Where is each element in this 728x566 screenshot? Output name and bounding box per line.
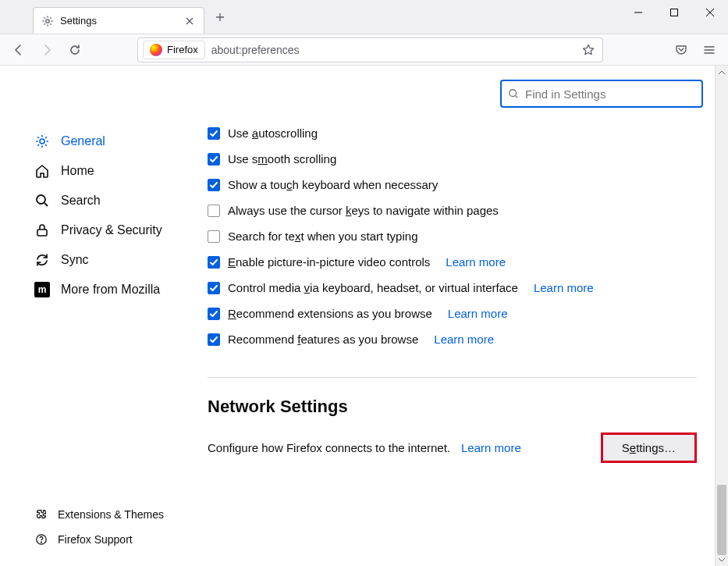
checkbox[interactable] [208, 256, 220, 269]
puzzle-icon [34, 507, 48, 522]
network-learn-more-link[interactable]: Learn more [461, 441, 521, 454]
browsing-option-5: Enable picture-in-picture video controls… [208, 255, 697, 269]
back-button[interactable] [6, 37, 31, 62]
url-input[interactable] [210, 43, 574, 57]
window-controls [620, 0, 728, 25]
svg-point-3 [40, 139, 44, 144]
checkbox-label[interactable]: Search for text when you start typing [228, 230, 417, 243]
checkbox[interactable] [208, 308, 220, 320]
sidebar-item-label: More from Mozilla [61, 283, 160, 297]
firefox-logo-icon [150, 44, 162, 56]
tab-strip: Settings [0, 0, 231, 34]
svg-rect-1 [671, 9, 678, 16]
checkbox-label[interactable]: Use autoscrolling [228, 126, 318, 140]
sidebar-item-more-mozilla[interactable]: m More from Mozilla [0, 275, 179, 304]
main-pane: Use autoscrollingUse smooth scrollingSho… [179, 66, 728, 566]
network-settings-row: Configure how Firefox connects to the in… [208, 433, 697, 463]
checkbox[interactable] [208, 153, 220, 166]
checkbox-label[interactable]: Always use the cursor keys to navigate w… [228, 204, 499, 217]
svg-point-4 [37, 195, 45, 204]
minimize-button[interactable] [620, 0, 656, 25]
checkbox-label[interactable]: Show a touch keyboard when necessary [228, 178, 438, 191]
browsing-option-8: Recommend features as you browseLearn mo… [208, 333, 697, 346]
learn-more-link[interactable]: Learn more [448, 307, 508, 320]
nav-toolbar: Firefox [0, 34, 728, 66]
sidebar-firefox-support[interactable]: Firefox Support [0, 527, 179, 552]
checkbox-label[interactable]: Enable picture-in-picture video controls [228, 255, 430, 269]
reload-button[interactable] [62, 37, 87, 62]
sidebar-footer-label: Extensions & Themes [58, 508, 164, 521]
network-desc: Configure how Firefox connects to the in… [208, 441, 450, 454]
checkbox[interactable] [208, 282, 220, 294]
checkbox-label[interactable]: Recommend extensions as you browse [228, 307, 432, 320]
learn-more-link[interactable]: Learn more [434, 333, 494, 346]
new-tab-button[interactable] [209, 6, 231, 28]
checkbox[interactable] [208, 333, 220, 346]
checkbox[interactable] [208, 205, 220, 217]
bookmark-star-icon[interactable] [579, 41, 598, 59]
checkbox-label[interactable]: Use smooth scrolling [228, 152, 336, 166]
checkbox[interactable] [208, 230, 220, 243]
sidebar: General Home Search Privacy & Security S… [0, 66, 179, 566]
identity-box[interactable]: Firefox [143, 41, 205, 59]
network-settings-button[interactable]: Settings… [601, 433, 697, 463]
sidebar-item-label: Search [61, 194, 101, 208]
checkbox[interactable] [208, 179, 220, 191]
sidebar-item-label: Sync [61, 253, 89, 267]
tab-settings[interactable]: Settings [33, 7, 204, 34]
svg-rect-5 [37, 230, 47, 236]
content-area: General Home Search Privacy & Security S… [0, 66, 728, 566]
gear-icon [34, 133, 50, 149]
browsing-option-3: Always use the cursor keys to navigate w… [208, 204, 697, 217]
sidebar-item-search[interactable]: Search [0, 186, 179, 215]
learn-more-link[interactable]: Learn more [534, 281, 594, 294]
sidebar-item-general[interactable]: General [0, 126, 179, 156]
maximize-button[interactable] [656, 0, 692, 25]
browsing-option-6: Control media via keyboard, headset, or … [208, 281, 697, 294]
close-icon[interactable] [183, 15, 196, 27]
mozilla-icon: m [34, 282, 50, 297]
scroll-track[interactable] [716, 79, 728, 553]
url-bar[interactable]: Firefox [137, 37, 603, 62]
sidebar-item-home[interactable]: Home [0, 156, 179, 186]
vertical-scrollbar[interactable] [715, 66, 728, 566]
gear-icon [41, 15, 54, 27]
network-settings-title: Network Settings [208, 397, 697, 417]
svg-point-7 [41, 542, 41, 543]
sidebar-item-privacy[interactable]: Privacy & Security [0, 215, 179, 245]
browsing-option-7: Recommend extensions as you browseLearn … [208, 307, 697, 320]
scroll-thumb[interactable] [717, 485, 726, 555]
sidebar-extensions-themes[interactable]: Extensions & Themes [0, 502, 179, 527]
save-pocket-button[interactable] [669, 37, 694, 62]
learn-more-link[interactable]: Learn more [446, 255, 506, 269]
browsing-option-2: Show a touch keyboard when necessary [208, 178, 697, 191]
close-window-button[interactable] [692, 0, 728, 25]
sidebar-item-label: Privacy & Security [61, 223, 162, 237]
checkbox-label[interactable]: Control media via keyboard, headset, or … [228, 281, 518, 294]
identity-label: Firefox [167, 44, 198, 55]
scroll-up-arrow[interactable] [716, 66, 729, 79]
checkbox[interactable] [208, 127, 220, 140]
browsing-option-1: Use smooth scrolling [208, 152, 697, 166]
app-menu-button[interactable] [697, 37, 722, 62]
question-icon [34, 532, 48, 546]
sync-icon [34, 252, 50, 268]
search-icon [34, 193, 50, 208]
browsing-option-0: Use autoscrolling [208, 126, 697, 140]
home-icon [34, 163, 50, 179]
sidebar-item-label: General [61, 134, 105, 148]
sidebar-item-sync[interactable]: Sync [0, 245, 179, 275]
forward-button[interactable] [34, 37, 59, 62]
svg-point-0 [46, 19, 49, 22]
checkbox-label[interactable]: Recommend features as you browse [228, 333, 418, 346]
tab-label: Settings [60, 15, 177, 27]
sidebar-footer-label: Firefox Support [58, 533, 133, 546]
browsing-options: Use autoscrollingUse smooth scrollingSho… [208, 126, 697, 346]
browsing-option-4: Search for text when you start typing [208, 230, 697, 243]
sidebar-item-label: Home [61, 164, 94, 178]
titlebar: Settings [0, 0, 728, 34]
section-divider [208, 377, 697, 378]
lock-icon [34, 222, 50, 238]
